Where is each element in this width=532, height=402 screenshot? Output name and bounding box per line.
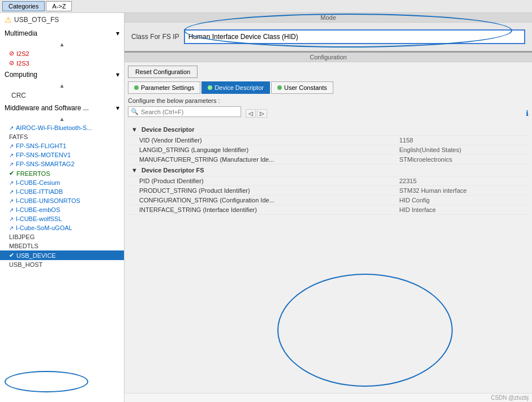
multimedia-chevron-icon: ▾ [116,29,119,37]
section-device-descriptor-label: Device Descriptor [141,126,195,133]
mode-section: Mode Class For FS IP Human Interface Dev… [125,13,532,51]
sidebar-item-icube-cesium[interactable]: ↗ I-CUBE-Cesium [0,178,124,187]
table-row: VID (Vendor IDentifier) 1158 [128,136,529,145]
tab-dot-device [208,85,212,90]
table-row: LANGID_STRING (Language Identifier) Engl… [128,145,529,155]
computing-section: Computing ▾ ▲ CRC [0,68,124,101]
search-input[interactable] [141,109,238,115]
param-vid-name: VID (Vendor IDentifier) [128,136,396,145]
computing-header[interactable]: Computing ▾ [0,68,124,81]
check-icon-usb-device: ✔ [9,252,14,259]
disabled-icon-i2s3: ⊘ [9,59,14,67]
table-row: INTERFACE_STRING (Interface Identifier) … [128,205,529,215]
sidebar-item-freertos[interactable]: ✔ FREERTOS [0,168,124,178]
class-for-fs-row: Class For FS IP Human Interface Device C… [131,27,525,46]
sidebar-item-i2s2[interactable]: ⊘ I2S2 [0,49,124,58]
param-pid-name: PID (Product IDentifier) [128,176,396,186]
top-bar: Categories A->Z [0,0,532,13]
toggle-device-descriptor-fs[interactable]: ▼ [131,167,138,174]
params-table-wrapper: ▼ Device Descriptor VID (Vendor IDentifi… [128,124,529,390]
link-icon-smartag2: ↗ [9,161,14,167]
sidebar: ⚠ USB_OTG_FS Multimedia ▾ ▲ ⊘ I2S2 ⊘ I2S… [0,13,125,402]
multimedia-header[interactable]: Multimedia ▾ [0,27,124,40]
table-row: PID (Product IDentifier) 22315 [128,176,529,186]
mode-header: Mode [125,13,532,23]
section-device-descriptor: ▼ Device Descriptor [128,124,529,136]
param-interface-string-name: INTERFACE_STRING (Interface Identifier) [128,205,396,215]
link-icon-som-ugoal: ↗ [9,225,14,231]
search-icon: 🔍 [131,108,139,115]
link-icon-flight1: ↗ [9,143,14,149]
param-pid-value: 22315 [396,176,529,186]
link-icon-wolfssl: ↗ [9,216,14,222]
sidebar-item-usb-host[interactable]: USB_HOST [0,260,124,269]
computing-scroll-up[interactable]: ▲ [0,81,124,90]
sidebar-item-fp-flight1[interactable]: ↗ FP-SNS-FLIGHT1 [0,141,124,150]
search-nav: ◁ ▷ [246,109,267,118]
link-icon-unisonrtos: ↗ [9,198,14,204]
link-icon-airoc: ↗ [9,125,14,131]
tab-parameter-settings[interactable]: Parameter Settings [128,81,200,94]
param-vid-value: 1158 [396,136,529,145]
config-body: Reset Configuration Parameter Settings D… [125,62,532,393]
tab-user-constants[interactable]: User Constants [271,81,333,94]
atoz-button[interactable]: A->Z [46,1,72,11]
check-icon-freertos: ✔ [9,170,14,177]
middleware-scroll-up[interactable]: ▲ [0,115,124,123]
mode-body: Class For FS IP Human Interface Device C… [125,23,532,51]
toggle-device-descriptor[interactable]: ▼ [131,126,138,133]
multimedia-scroll-up[interactable]: ▲ [0,40,124,49]
configure-label: Configure the below parameters : [128,97,529,104]
sidebar-item-fp-motenv1[interactable]: ↗ FP-SNS-MOTENV1 [0,150,124,159]
sidebar-item-fatfs[interactable]: FATFS [0,132,124,141]
sidebar-item-usb-device[interactable]: ✔ USB_DEVICE [0,250,124,260]
reset-configuration-button[interactable]: Reset Configuration [128,66,198,78]
param-langid-name: LANGID_STRING (Language Identifier) [128,145,396,155]
param-langid-value: English(United States) [396,145,529,155]
multimedia-section: Multimedia ▾ ▲ ⊘ I2S2 ⊘ I2S3 [0,27,124,68]
search-next-button[interactable]: ▷ [257,109,267,118]
content-area: Mode Class For FS IP Human Interface Dev… [125,13,532,402]
param-config-string-value: HID Config [396,196,529,205]
middleware-header[interactable]: Middleware and Software ... ▾ [0,101,124,115]
disabled-icon-i2s2: ⊘ [9,50,14,57]
sidebar-item-i2s3[interactable]: ⊘ I2S3 [0,58,124,68]
sidebar-item-airoc[interactable]: ↗ AIROC-Wi-Fi-Bluetooth-S... [0,123,124,132]
tab-dot-user [277,85,282,90]
search-bar: 🔍 [128,106,241,117]
tab-device-descriptor[interactable]: Device Descriptor [201,81,270,94]
sidebar-item-icube-ittiadb[interactable]: ↗ I-CUBE-ITTIADB [0,187,124,196]
class-select-wrapper: Human Interface Device Class (HID) Commu… [184,29,525,44]
section-device-descriptor-fs: ▼ Device Descriptor FS [128,165,529,176]
class-select[interactable]: Human Interface Device Class (HID) Commu… [184,29,525,44]
sidebar-item-mbedtls[interactable]: MBEDTLS [0,241,124,250]
sidebar-item-crc[interactable]: CRC [0,90,124,101]
link-icon-motenv1: ↗ [9,152,14,158]
middleware-section: Middleware and Software ... ▾ ▲ ↗ AIROC-… [0,101,124,269]
watermark: CSDN @ztvzbj [125,393,532,402]
sidebar-item-icube-embos[interactable]: ↗ I-CUBE-embOS [0,205,124,214]
sidebar-item-icube-som-ugoal[interactable]: ↗ I-Cube-SoM-uGOAL [0,223,124,232]
table-row: PRODUCT_STRING (Product Identifier) STM3… [128,186,529,196]
warning-icon: ⚠ [5,15,12,24]
config-header: Configuration [125,51,532,62]
sidebar-item-libjpeg[interactable]: LIBJPEG [0,232,124,241]
table-row: MANUFACTURER_STRING (Manufacturer Ide...… [128,155,529,165]
sidebar-item-icube-unisonrtos[interactable]: ↗ I-CUBE-UNISONRTOS [0,196,124,205]
param-interface-string-value: HID Interface [396,205,529,215]
param-product-string-value: STM32 Human interface [396,186,529,196]
tabs-bar: Parameter Settings Device Descriptor Use… [128,81,529,94]
info-icon[interactable]: ℹ [526,109,529,118]
categories-button[interactable]: Categories [2,1,45,11]
link-icon-cesium: ↗ [9,180,14,186]
config-section: Configuration Reset Configuration Parame… [125,51,532,393]
usb-warning: ⚠ USB_OTG_FS [0,13,124,27]
table-row: CONFIGURATION_STRING (Configuration Ide.… [128,196,529,205]
search-prev-button[interactable]: ◁ [246,109,256,118]
param-config-string-name: CONFIGURATION_STRING (Configuration Ide.… [128,196,396,205]
sidebar-item-icube-wolfssl[interactable]: ↗ I-CUBE-wolfSSL [0,214,124,223]
param-manufacturer-value: STMicroelectronics [396,155,529,165]
param-product-string-name: PRODUCT_STRING (Product Identifier) [128,186,396,196]
usb-otg-label: USB_OTG_FS [14,16,59,24]
sidebar-item-fp-smartag2[interactable]: ↗ FP-SNS-SMARTAG2 [0,159,124,168]
